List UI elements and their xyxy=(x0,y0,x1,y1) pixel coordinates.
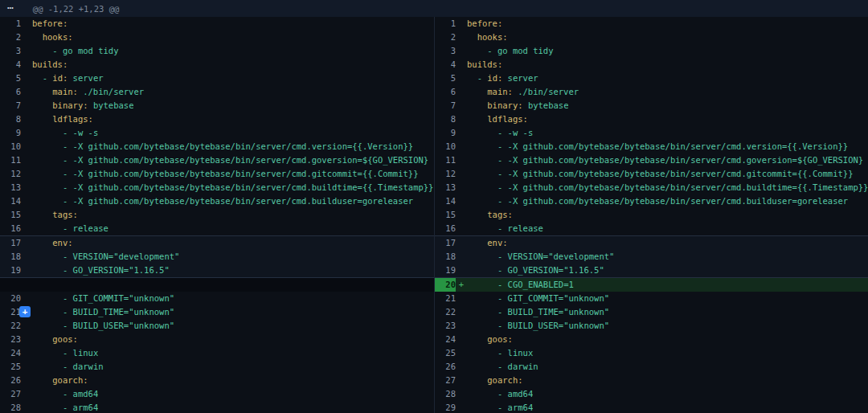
code-line: - -w -s xyxy=(467,126,533,140)
line-number[interactable]: 4 xyxy=(435,58,456,72)
line-number[interactable]: 20 xyxy=(0,292,21,305)
line-number[interactable]: 17 xyxy=(435,236,456,250)
line-number[interactable]: 11 xyxy=(0,153,21,167)
line-number[interactable]: 7 xyxy=(0,99,21,112)
marker-column xyxy=(21,31,32,44)
marker-column xyxy=(456,222,467,235)
line-number[interactable]: 24 xyxy=(435,333,456,346)
line-number[interactable]: 20 xyxy=(435,278,456,292)
diff-row: 8 ldflags: xyxy=(435,112,868,126)
line-number[interactable]: 3 xyxy=(0,44,21,58)
diff-row: 25 - linux xyxy=(435,346,868,360)
line-number[interactable]: 2 xyxy=(435,31,456,44)
diff-row: 3 - go mod tidy xyxy=(435,44,868,58)
code-line: tags: xyxy=(32,208,78,222)
marker-column xyxy=(456,112,467,126)
code-line: - GO_VERSION="1.16.5" xyxy=(32,264,170,277)
line-number[interactable]: 1 xyxy=(0,17,21,31)
line-number[interactable]: 5 xyxy=(0,72,21,85)
line-number[interactable]: 15 xyxy=(435,208,456,222)
line-number[interactable]: 28 xyxy=(0,401,21,413)
line-number[interactable]: 26 xyxy=(435,360,456,374)
diff-row: 19 - GO_VERSION="1.16.5" xyxy=(0,264,434,278)
line-number[interactable]: 16 xyxy=(435,222,456,235)
line-number[interactable]: 10 xyxy=(0,140,21,153)
diff-row: 11 - -X github.com/bytebase/bytebase/bin… xyxy=(435,153,868,167)
diff-toolbar: ⋯ @@ -1,22 +1,23 @@ xyxy=(0,0,868,17)
marker-column xyxy=(456,333,467,346)
line-number[interactable]: 19 xyxy=(0,264,21,277)
line-number[interactable]: 10 xyxy=(435,140,456,153)
line-number[interactable]: 18 xyxy=(435,250,456,264)
line-number[interactable]: 21 xyxy=(435,292,456,305)
line-number[interactable]: 13 xyxy=(435,181,456,194)
line-number[interactable]: 6 xyxy=(0,85,21,99)
yaml-value: - xyxy=(63,293,73,303)
yaml-value: arm64 xyxy=(73,403,99,412)
line-number[interactable]: 19 xyxy=(435,264,456,277)
line-number[interactable]: 4 xyxy=(0,58,21,72)
line-number[interactable]: 2 xyxy=(0,31,21,44)
code-line: binary: bytebase xyxy=(467,99,568,112)
line-number[interactable]: 25 xyxy=(435,346,456,360)
diff-row: 14 - -X github.com/bytebase/bytebase/bin… xyxy=(435,194,868,208)
yaml-value: ./bin/server xyxy=(78,87,144,96)
yaml-value: darwin xyxy=(508,362,538,371)
line-number[interactable]: 23 xyxy=(435,319,456,333)
code-line: - -X github.com/bytebase/bytebase/bin/se… xyxy=(467,194,848,208)
diff-row: 4builds: xyxy=(435,58,868,72)
line-number[interactable]: 12 xyxy=(435,167,456,181)
line-number[interactable]: 16 xyxy=(0,222,21,235)
add-comment-button[interactable]: + xyxy=(19,306,31,317)
line-number[interactable]: 14 xyxy=(435,194,456,208)
yaml-value: - xyxy=(63,251,73,261)
yaml-value: -w -s xyxy=(508,128,534,137)
line-number[interactable]: 11 xyxy=(435,153,456,167)
code-line: builds: xyxy=(467,58,502,72)
line-number[interactable]: 12 xyxy=(0,167,21,181)
line-number[interactable]: 5 xyxy=(435,72,456,85)
yaml-key: binary: xyxy=(487,100,522,110)
code-line: - -X github.com/bytebase/bytebase/bin/se… xyxy=(32,181,433,194)
yaml-value: go mod tidy xyxy=(63,46,119,55)
more-options-button[interactable]: ⋯ xyxy=(0,0,22,17)
line-number[interactable]: 9 xyxy=(435,126,456,140)
marker-column xyxy=(456,31,467,44)
line-number[interactable]: 28 xyxy=(435,387,456,401)
line-number[interactable]: 3 xyxy=(435,44,456,58)
line-number[interactable]: 24 xyxy=(0,346,21,360)
diff-row: 4builds: xyxy=(0,58,434,72)
line-number[interactable]: 29 xyxy=(435,401,456,413)
line-number[interactable]: 27 xyxy=(0,387,21,401)
code-line: - BUILD_TIME="unknown" xyxy=(32,305,174,319)
line-number[interactable]: 8 xyxy=(0,112,21,126)
diff-row: 10 - -X github.com/bytebase/bytebase/bin… xyxy=(435,140,868,153)
line-number[interactable]: 13 xyxy=(0,181,21,194)
line-number[interactable]: 25 xyxy=(0,360,21,374)
line-number[interactable]: 15 xyxy=(0,208,21,222)
line-number[interactable]: 18 xyxy=(0,250,21,264)
code-line: main: ./bin/server xyxy=(467,85,579,99)
line-number[interactable]: 1 xyxy=(435,17,456,31)
line-number[interactable]: 17 xyxy=(0,236,21,250)
yaml-value: - xyxy=(477,73,488,83)
line-number[interactable]: 14 xyxy=(0,194,21,208)
line-number[interactable]: 27 xyxy=(435,374,456,387)
line-number[interactable]: 23 xyxy=(0,333,21,346)
line-number[interactable]: 22 xyxy=(0,319,21,333)
line-number[interactable]: 21 xyxy=(0,305,21,319)
line-number[interactable]: 6 xyxy=(435,85,456,99)
yaml-value: - xyxy=(497,280,508,289)
code-line: - CGO_ENABLED=1 xyxy=(467,278,574,292)
yaml-value: - xyxy=(63,307,73,317)
diff-row: 15 tags: xyxy=(435,208,868,222)
line-number[interactable]: 8 xyxy=(435,112,456,126)
line-number[interactable]: 22 xyxy=(435,305,456,319)
marker-column xyxy=(456,167,467,181)
marker-column xyxy=(21,374,32,387)
line-number[interactable]: 7 xyxy=(435,99,456,112)
marker-column xyxy=(21,333,32,346)
line-number[interactable]: 9 xyxy=(0,126,21,140)
code-line: ldflags: xyxy=(32,112,93,126)
line-number[interactable]: 26 xyxy=(0,374,21,387)
